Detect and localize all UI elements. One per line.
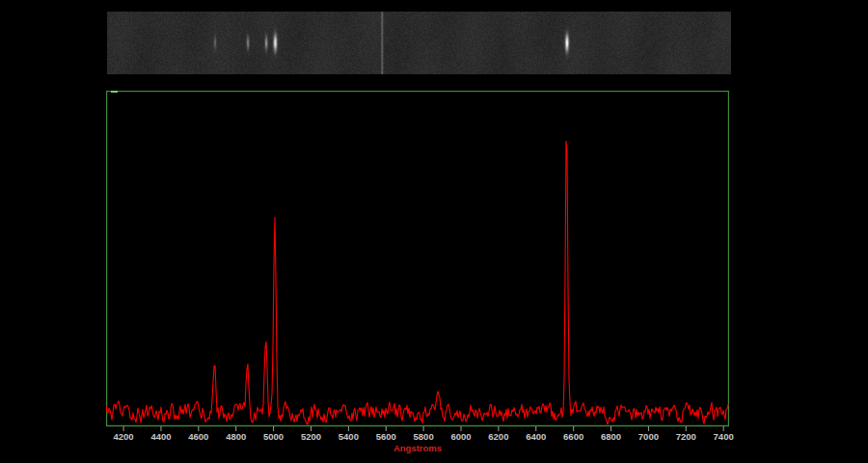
x-tick-label: 4600 [188, 431, 208, 442]
x-tick-label: 5600 [376, 431, 396, 442]
1d-spectrum-plot [106, 91, 729, 432]
x-tick-label: 7200 [676, 431, 696, 442]
x-tick-label: 4400 [150, 431, 171, 442]
x-axis-label: Angstroms [393, 443, 442, 453]
x-tick-label: 5200 [301, 431, 321, 442]
x-tick-label: 5400 [339, 431, 359, 442]
x-tick-label: 6000 [450, 431, 471, 442]
x-tick-label: 6600 [563, 431, 583, 442]
x-tick-label: 5800 [414, 431, 434, 442]
spectroscopy-display: 4200440046004800500052005400560058006000… [0, 0, 868, 463]
x-tick-label: 7000 [638, 431, 659, 442]
x-tick-label: 6200 [488, 431, 508, 442]
plot-frame [107, 92, 729, 426]
2d-spectrum-image [107, 12, 731, 74]
x-tick-label: 6800 [601, 431, 621, 442]
spectrum-trace [106, 141, 729, 424]
x-tick-label: 4200 [114, 431, 134, 442]
x-tick-label: 6400 [526, 431, 546, 442]
x-tick-label: 7400 [714, 431, 734, 442]
x-tick-label: 5000 [263, 431, 284, 442]
x-tick-label: 4800 [226, 431, 246, 442]
